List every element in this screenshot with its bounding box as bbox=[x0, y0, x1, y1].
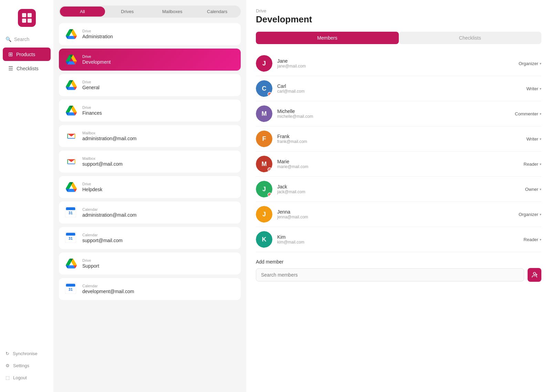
chevron-down-icon: ▾ bbox=[540, 62, 541, 65]
list-item-mailbox-admin[interactable]: Mailbox administration@mail.com bbox=[59, 125, 241, 147]
calendar-icon: 31 bbox=[65, 206, 77, 219]
chevron-down-icon: ▾ bbox=[540, 213, 541, 216]
item-type: Drive bbox=[82, 29, 113, 33]
member-info-kim: Kim kim@mail.com bbox=[277, 234, 519, 245]
add-member-button[interactable] bbox=[528, 268, 541, 282]
gmail-icon bbox=[65, 155, 77, 168]
list-item-text: Drive General bbox=[82, 80, 100, 90]
item-name: administration@mail.com bbox=[82, 212, 136, 218]
member-name-jack: Jack bbox=[277, 184, 520, 189]
logout-button[interactable]: ⬚ Logout bbox=[0, 372, 53, 384]
member-row-michelle: M Michelle michelle@mail.com Commenter ▾ bbox=[256, 101, 541, 126]
drive-icon bbox=[65, 181, 77, 193]
logout-label: Logout bbox=[13, 375, 27, 380]
settings-label: Settings bbox=[13, 363, 29, 368]
list-item-text: Calendar support@mail.com bbox=[82, 233, 123, 243]
member-role-jenna[interactable]: Organizer ▾ bbox=[519, 212, 541, 217]
tab-members[interactable]: Members bbox=[256, 32, 399, 44]
products-icon: ⊞ bbox=[8, 51, 13, 58]
list-item-cal-admin[interactable]: 31 Calendar administration@mail.com bbox=[59, 202, 241, 224]
member-name-jane: Jane bbox=[277, 58, 514, 64]
member-avatar-frank: F bbox=[256, 131, 272, 147]
member-name-frank: Frank bbox=[277, 134, 522, 139]
member-name-carl: Carl bbox=[277, 83, 522, 89]
calendar-icon: 31 bbox=[65, 283, 77, 295]
sidebar-bottom: ↻ Synchronise ⚙ Settings ⬚ Logout bbox=[0, 348, 53, 386]
member-role-marie[interactable]: Reader ▾ bbox=[523, 162, 541, 167]
svg-rect-15 bbox=[66, 234, 75, 236]
tab-drives[interactable]: Drives bbox=[105, 7, 150, 17]
logout-icon: ⬚ bbox=[6, 375, 10, 380]
list-item-text: Calendar administration@mail.com bbox=[82, 207, 136, 218]
tab-mailboxes[interactable]: Mailboxes bbox=[150, 7, 195, 17]
svg-rect-10 bbox=[66, 209, 75, 210]
logo-icon bbox=[21, 12, 32, 23]
notification-dot: ! bbox=[268, 193, 272, 197]
tab-calendars[interactable]: Calendars bbox=[195, 7, 240, 17]
list-item-drive-general[interactable]: Drive General bbox=[59, 74, 241, 96]
item-type: Drive bbox=[82, 182, 102, 186]
search-members-input[interactable] bbox=[256, 268, 524, 281]
item-type: Calendar bbox=[82, 207, 136, 212]
member-avatar-jane: J bbox=[256, 55, 272, 72]
item-type: Mailbox bbox=[82, 131, 136, 135]
list-item-drive-support[interactable]: Drive Support bbox=[59, 252, 241, 275]
list-item-cal-dev[interactable]: 31 Calendar development@mail.com bbox=[59, 278, 241, 300]
tab-all[interactable]: All bbox=[60, 7, 105, 17]
svg-text:31: 31 bbox=[69, 287, 73, 291]
member-role-kim[interactable]: Reader ▾ bbox=[523, 237, 541, 242]
member-row-kim: K Kim kim@mail.com Reader ▾ bbox=[256, 227, 541, 252]
notification-dot: ! bbox=[268, 167, 272, 172]
svg-rect-0 bbox=[22, 13, 26, 17]
item-name: General bbox=[82, 85, 100, 90]
list-item-drive-dev[interactable]: Drive Development bbox=[59, 49, 241, 71]
calendar-icon: 31 bbox=[65, 232, 77, 244]
member-email-kim: kim@mail.com bbox=[277, 240, 519, 245]
list-item-mailbox-support[interactable]: Mailbox support@mail.com bbox=[59, 151, 241, 173]
item-type: Mailbox bbox=[82, 156, 123, 161]
sidebar-item-checklists[interactable]: ☰ Checklists bbox=[3, 62, 51, 75]
member-role-michelle[interactable]: Commenter ▾ bbox=[515, 111, 541, 116]
svg-rect-20 bbox=[66, 285, 75, 287]
chevron-down-icon: ▾ bbox=[540, 187, 541, 191]
item-type: Drive bbox=[82, 80, 100, 84]
member-row-marie: M ! Marie marie@mail.com Reader ▾ bbox=[256, 152, 541, 177]
item-type: Drive bbox=[82, 105, 102, 110]
member-email-jane: jane@mail.com bbox=[277, 64, 514, 69]
member-info-jack: Jack jack@mail.com bbox=[277, 184, 520, 194]
list-item-drive-finances[interactable]: Drive Finances bbox=[59, 100, 241, 122]
member-email-frank: frank@mail.com bbox=[277, 139, 522, 144]
member-name-kim: Kim bbox=[277, 234, 519, 240]
search-icon: 🔍 bbox=[6, 37, 11, 42]
chevron-down-icon: ▾ bbox=[540, 137, 541, 141]
list-item-drive-admin[interactable]: Drive Administration bbox=[59, 23, 241, 45]
list-items-container: Drive Administration Drive Development D… bbox=[59, 23, 241, 300]
list-item-drive-helpdesk[interactable]: Drive Helpdesk bbox=[59, 176, 241, 198]
sidebar: 🔍 Search ⊞ Products ☰ Checklists ↻ Synch… bbox=[0, 0, 53, 392]
member-role-frank[interactable]: Writer ▾ bbox=[527, 136, 541, 142]
search-button[interactable]: 🔍 Search bbox=[0, 34, 53, 45]
synchronise-button[interactable]: ↻ Synchronise bbox=[0, 348, 53, 360]
svg-rect-1 bbox=[28, 13, 32, 17]
settings-button[interactable]: ⚙ Settings bbox=[0, 360, 53, 372]
member-role-jane[interactable]: Organizer ▾ bbox=[519, 61, 541, 66]
drive-icon bbox=[65, 104, 77, 117]
tab-checklists[interactable]: Checklists bbox=[399, 32, 542, 44]
member-name-marie: Marie bbox=[277, 159, 519, 164]
sync-icon: ↻ bbox=[6, 351, 9, 356]
member-role-carl[interactable]: Writer ▾ bbox=[527, 86, 541, 91]
svg-point-21 bbox=[533, 272, 536, 275]
item-type: Drive bbox=[82, 258, 99, 262]
logo-box bbox=[18, 9, 36, 27]
list-item-text: Drive Helpdesk bbox=[82, 182, 102, 192]
add-member-section: Add member bbox=[256, 259, 541, 282]
list-item-cal-support[interactable]: 31 Calendar support@mail.com bbox=[59, 227, 241, 249]
sidebar-item-products[interactable]: ⊞ Products bbox=[3, 48, 51, 61]
drive-icon bbox=[65, 28, 77, 40]
member-role-jack[interactable]: Owner ▾ bbox=[525, 187, 541, 192]
item-name: support@mail.com bbox=[82, 161, 123, 167]
member-info-michelle: Michelle michelle@mail.com bbox=[277, 109, 510, 119]
chevron-down-icon: ▾ bbox=[540, 87, 541, 91]
list-item-text: Drive Development bbox=[82, 54, 111, 65]
member-email-jenna: jenna@mail.com bbox=[277, 215, 514, 219]
